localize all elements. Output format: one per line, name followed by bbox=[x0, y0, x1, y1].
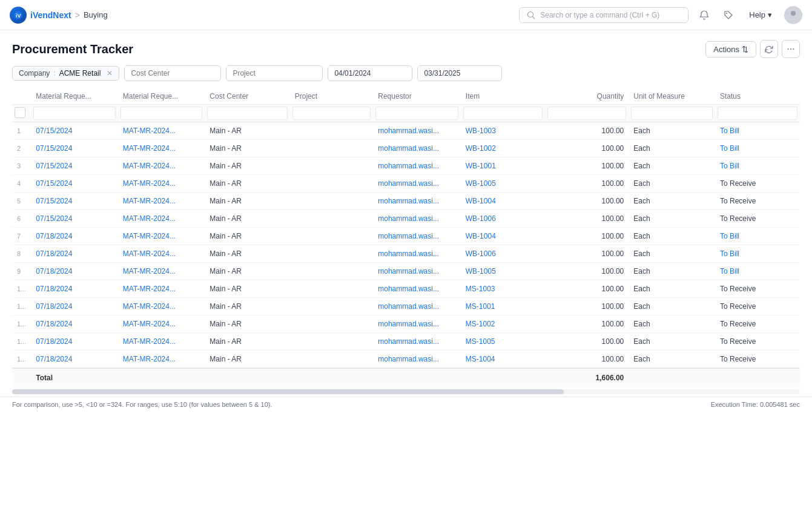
company-filter-close[interactable]: ✕ bbox=[107, 69, 113, 78]
item-cell[interactable]: WB-1004 bbox=[461, 228, 545, 245]
item-cell[interactable]: WB-1006 bbox=[461, 245, 545, 263]
item-cell[interactable]: MS-1002 bbox=[461, 315, 545, 333]
item-cell[interactable]: WB-1003 bbox=[461, 122, 545, 140]
notifications-icon[interactable] bbox=[696, 7, 713, 24]
col-filter-status-input[interactable] bbox=[718, 107, 797, 120]
col-filter-cost-center-input[interactable] bbox=[207, 107, 287, 120]
global-search[interactable]: Search or type a command (Ctrl + G) bbox=[519, 7, 688, 23]
item-cell[interactable]: MS-1003 bbox=[461, 280, 545, 298]
row-num-cell: 1... bbox=[12, 333, 31, 351]
help-button[interactable]: Help ▾ bbox=[744, 8, 777, 22]
requestor-cell[interactable]: mohammad.wasi... bbox=[373, 193, 461, 210]
more-options-button[interactable] bbox=[782, 40, 800, 58]
col-filter-mr-no-input[interactable] bbox=[120, 107, 203, 120]
mr-no-cell[interactable]: MAT-MR-2024... bbox=[118, 333, 205, 351]
col-filter-item-input[interactable] bbox=[463, 107, 543, 120]
mr-no-cell[interactable]: MAT-MR-2024... bbox=[118, 157, 205, 175]
row-num-cell: 2 bbox=[12, 140, 31, 157]
table-container: Material Reque... Material Reque... Cost… bbox=[0, 88, 812, 387]
col-filter-uom-input[interactable] bbox=[631, 107, 713, 120]
requestor-cell[interactable]: mohammad.wasi... bbox=[373, 333, 461, 351]
item-cell[interactable]: WB-1001 bbox=[461, 157, 545, 175]
item-cell[interactable]: WB-1006 bbox=[461, 210, 545, 228]
mr-no-cell[interactable]: MAT-MR-2024... bbox=[118, 263, 205, 280]
mr-no-cell[interactable]: MAT-MR-2024... bbox=[118, 280, 205, 298]
requestor-cell[interactable]: mohammad.wasi... bbox=[373, 315, 461, 333]
mr-date-cell[interactable]: 07/15/2024 bbox=[31, 140, 118, 157]
col-header-cost-center[interactable]: Cost Center bbox=[205, 88, 289, 105]
item-cell[interactable]: MS-1004 bbox=[461, 351, 545, 369]
requestor-cell[interactable]: mohammad.wasi... bbox=[373, 263, 461, 280]
item-cell[interactable]: WB-1004 bbox=[461, 193, 545, 210]
row-num-cell: 4 bbox=[12, 175, 31, 193]
mr-date-cell[interactable]: 07/15/2024 bbox=[31, 122, 118, 140]
col-header-mr-date[interactable]: Material Reque... bbox=[31, 88, 118, 105]
col-filter-quantity-input[interactable] bbox=[547, 107, 627, 120]
requestor-cell[interactable]: mohammad.wasi... bbox=[373, 245, 461, 263]
mr-date-cell[interactable]: 07/18/2024 bbox=[31, 228, 118, 245]
row-num-cell: 6 bbox=[12, 210, 31, 228]
mr-date-cell[interactable]: 07/18/2024 bbox=[31, 280, 118, 298]
from-date-filter[interactable] bbox=[328, 65, 412, 81]
mr-date-cell[interactable]: 07/18/2024 bbox=[31, 333, 118, 351]
mr-date-cell[interactable]: 07/15/2024 bbox=[31, 175, 118, 193]
col-filter-requestor-input[interactable] bbox=[375, 107, 458, 120]
requestor-cell[interactable]: mohammad.wasi... bbox=[373, 175, 461, 193]
col-filter-mr-date-input[interactable] bbox=[33, 107, 116, 120]
col-header-item[interactable]: Item bbox=[461, 88, 545, 105]
mr-date-cell[interactable]: 07/18/2024 bbox=[31, 298, 118, 315]
mr-no-cell[interactable]: MAT-MR-2024... bbox=[118, 175, 205, 193]
user-avatar[interactable] bbox=[784, 6, 802, 24]
to-date-filter[interactable] bbox=[417, 65, 502, 81]
mr-no-cell[interactable]: MAT-MR-2024... bbox=[118, 245, 205, 263]
project-filter[interactable] bbox=[226, 65, 323, 81]
mr-date-cell[interactable]: 07/18/2024 bbox=[31, 245, 118, 263]
mr-no-cell[interactable]: MAT-MR-2024... bbox=[118, 298, 205, 315]
col-header-requestor[interactable]: Requestor bbox=[373, 88, 461, 105]
requestor-cell[interactable]: mohammad.wasi... bbox=[373, 122, 461, 140]
company-filter[interactable]: Company : ACME Retail ✕ bbox=[12, 66, 119, 81]
status-cell: To Receive bbox=[715, 175, 800, 193]
scrollbar-thumb[interactable] bbox=[12, 389, 564, 394]
actions-button[interactable]: Actions ⇅ bbox=[705, 41, 756, 58]
requestor-cell[interactable]: mohammad.wasi... bbox=[373, 157, 461, 175]
item-cell[interactable]: WB-1005 bbox=[461, 263, 545, 280]
requestor-cell[interactable]: mohammad.wasi... bbox=[373, 280, 461, 298]
mr-no-cell[interactable]: MAT-MR-2024... bbox=[118, 351, 205, 369]
col-header-status[interactable]: Status bbox=[715, 88, 800, 105]
breadcrumb-buying[interactable]: Buying bbox=[84, 10, 108, 19]
mr-date-cell[interactable]: 07/15/2024 bbox=[31, 193, 118, 210]
col-header-project[interactable]: Project bbox=[290, 88, 374, 105]
mr-date-cell[interactable]: 07/18/2024 bbox=[31, 351, 118, 369]
row-num-cell: 8 bbox=[12, 245, 31, 263]
mr-no-cell[interactable]: MAT-MR-2024... bbox=[118, 193, 205, 210]
mr-no-cell[interactable]: MAT-MR-2024... bbox=[118, 228, 205, 245]
requestor-cell[interactable]: mohammad.wasi... bbox=[373, 140, 461, 157]
mr-date-cell[interactable]: 07/18/2024 bbox=[31, 315, 118, 333]
cost-center-filter[interactable] bbox=[124, 65, 221, 81]
mr-no-cell[interactable]: MAT-MR-2024... bbox=[118, 122, 205, 140]
refresh-button[interactable] bbox=[760, 40, 778, 58]
tags-icon[interactable] bbox=[720, 7, 737, 24]
mr-no-cell[interactable]: MAT-MR-2024... bbox=[118, 315, 205, 333]
col-filter-project-input[interactable] bbox=[292, 107, 371, 120]
col-header-uom[interactable]: Unit of Measure bbox=[629, 88, 715, 105]
col-header-quantity[interactable]: Quantity bbox=[545, 88, 629, 105]
mr-no-cell[interactable]: MAT-MR-2024... bbox=[118, 140, 205, 157]
col-header-mr-no[interactable]: Material Reque... bbox=[118, 88, 205, 105]
mr-date-cell[interactable]: 07/15/2024 bbox=[31, 210, 118, 228]
select-all-checkbox[interactable] bbox=[15, 107, 25, 118]
app-logo[interactable]: iV iVendNext bbox=[10, 7, 71, 24]
requestor-cell[interactable]: mohammad.wasi... bbox=[373, 298, 461, 315]
mr-no-cell[interactable]: MAT-MR-2024... bbox=[118, 210, 205, 228]
mr-date-cell[interactable]: 07/15/2024 bbox=[31, 157, 118, 175]
horizontal-scrollbar[interactable] bbox=[12, 389, 800, 394]
requestor-cell[interactable]: mohammad.wasi... bbox=[373, 210, 461, 228]
requestor-cell[interactable]: mohammad.wasi... bbox=[373, 351, 461, 369]
requestor-cell[interactable]: mohammad.wasi... bbox=[373, 228, 461, 245]
item-cell[interactable]: MS-1005 bbox=[461, 333, 545, 351]
mr-date-cell[interactable]: 07/18/2024 bbox=[31, 263, 118, 280]
item-cell[interactable]: MS-1001 bbox=[461, 298, 545, 315]
item-cell[interactable]: WB-1002 bbox=[461, 140, 545, 157]
item-cell[interactable]: WB-1005 bbox=[461, 175, 545, 193]
